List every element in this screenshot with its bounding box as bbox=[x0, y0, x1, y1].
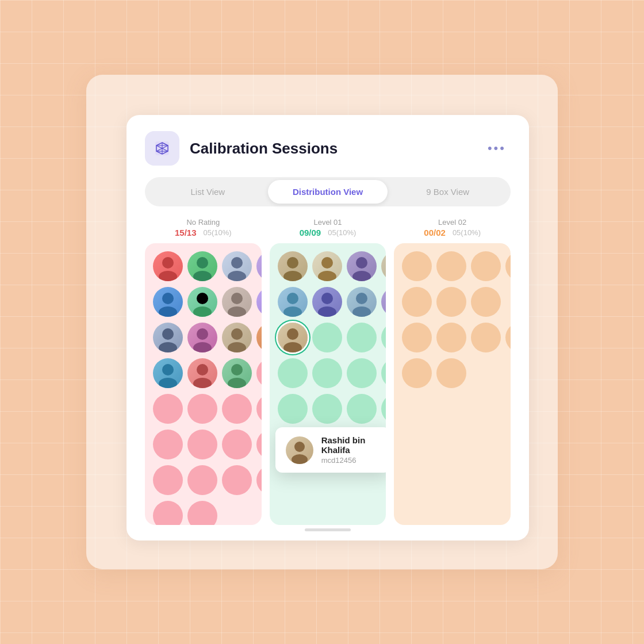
avatar[interactable] bbox=[381, 251, 386, 281]
empty-dot bbox=[312, 358, 342, 388]
avatar-rashid[interactable] bbox=[278, 323, 308, 352]
svg-point-36 bbox=[352, 271, 371, 281]
col-count-main-no-rating: 15/13 bbox=[175, 228, 197, 237]
avatar[interactable] bbox=[312, 251, 342, 281]
avatar[interactable] bbox=[381, 287, 386, 317]
avatar-row bbox=[153, 394, 254, 424]
avatar-row bbox=[153, 358, 254, 388]
svg-point-34 bbox=[318, 271, 336, 281]
avatar-row bbox=[278, 251, 378, 281]
tooltip-id: mcd12456 bbox=[321, 456, 380, 465]
empty-dot bbox=[153, 465, 183, 495]
svg-point-11 bbox=[197, 293, 208, 304]
col-header-level02: Level 02 00/02 05(10%) bbox=[394, 218, 511, 237]
empty-dot bbox=[381, 394, 386, 424]
avatar[interactable] bbox=[312, 287, 342, 317]
avatar[interactable] bbox=[153, 358, 183, 388]
empty-dot bbox=[278, 394, 308, 424]
avatar[interactable] bbox=[187, 251, 217, 281]
svg-point-31 bbox=[287, 257, 298, 269]
avatar[interactable] bbox=[187, 287, 217, 317]
avatar[interactable] bbox=[153, 323, 183, 352]
svg-point-12 bbox=[193, 306, 212, 317]
svg-point-50 bbox=[292, 454, 308, 464]
svg-point-19 bbox=[197, 328, 208, 340]
col-title-level01: Level 01 bbox=[313, 218, 342, 227]
svg-point-6 bbox=[228, 271, 246, 281]
avatar[interactable] bbox=[347, 287, 377, 317]
svg-point-25 bbox=[162, 364, 174, 375]
empty-dot bbox=[505, 323, 511, 352]
svg-point-47 bbox=[287, 328, 298, 340]
columns-header: No Rating 15/13 05(10%) Level 01 09/09 0… bbox=[145, 218, 511, 237]
avatar[interactable] bbox=[153, 287, 183, 317]
svg-point-30 bbox=[228, 378, 246, 388]
empty-dot bbox=[187, 430, 217, 459]
svg-point-42 bbox=[318, 306, 336, 317]
empty-dot bbox=[402, 323, 432, 352]
tooltip-avatar bbox=[286, 436, 313, 464]
avatar-row bbox=[402, 358, 503, 388]
col-count-sub-level01: 05(10%) bbox=[328, 228, 356, 237]
empty-dot bbox=[312, 323, 342, 352]
tab-distribution-view[interactable]: Distribution View bbox=[268, 180, 388, 204]
col-panel-no-rating bbox=[145, 243, 262, 525]
svg-point-41 bbox=[321, 293, 333, 304]
avatar[interactable] bbox=[222, 287, 252, 317]
avatar-row bbox=[402, 251, 503, 281]
empty-dot bbox=[153, 394, 183, 424]
svg-point-49 bbox=[294, 442, 305, 452]
avatar[interactable] bbox=[256, 287, 262, 317]
empty-dot bbox=[153, 501, 183, 525]
svg-point-5 bbox=[231, 257, 243, 269]
empty-dot bbox=[381, 358, 386, 388]
svg-point-43 bbox=[356, 293, 367, 304]
empty-dot bbox=[347, 358, 377, 388]
avatar[interactable] bbox=[278, 251, 308, 281]
avatar[interactable] bbox=[222, 358, 252, 388]
avatar[interactable] bbox=[222, 251, 252, 281]
empty-dot bbox=[402, 287, 432, 317]
col-header-no-rating: No Rating 15/13 05(10%) bbox=[145, 218, 262, 237]
empty-dot bbox=[471, 323, 501, 352]
svg-point-39 bbox=[287, 293, 298, 304]
avatar[interactable] bbox=[347, 251, 377, 281]
columns-scroll: Rashid bin Khalifa mcd12456 bbox=[145, 243, 511, 525]
svg-point-32 bbox=[283, 271, 302, 281]
avatar-row bbox=[153, 287, 254, 317]
empty-dot bbox=[347, 394, 377, 424]
svg-point-35 bbox=[356, 257, 367, 269]
svg-point-44 bbox=[352, 306, 371, 317]
more-menu-button[interactable]: ••• bbox=[483, 139, 511, 158]
avatar[interactable] bbox=[153, 251, 183, 281]
svg-point-2 bbox=[159, 271, 177, 281]
tab-list-view[interactable]: List View bbox=[148, 180, 268, 204]
avatar[interactable] bbox=[187, 358, 217, 388]
svg-point-33 bbox=[321, 257, 333, 269]
empty-dot bbox=[436, 251, 466, 281]
col-header-level01: Level 01 09/09 05(10%) bbox=[270, 218, 386, 237]
empty-dot bbox=[187, 465, 217, 495]
col-stats-level02: 00/02 05(10%) bbox=[424, 228, 481, 237]
avatar-row bbox=[278, 358, 378, 388]
col-count-sub-level02: 05(10%) bbox=[453, 228, 481, 237]
avatar[interactable] bbox=[278, 287, 308, 317]
avatar-row bbox=[278, 287, 378, 317]
avatar[interactable] bbox=[222, 323, 252, 352]
avatar-row bbox=[153, 465, 254, 495]
scroll-indicator bbox=[305, 528, 351, 531]
tab-ninebox-view[interactable]: 9 Box View bbox=[388, 180, 508, 204]
avatar-row bbox=[402, 323, 503, 352]
avatar[interactable] bbox=[187, 323, 217, 352]
avatar-row bbox=[278, 323, 378, 352]
svg-point-9 bbox=[162, 293, 174, 304]
svg-point-26 bbox=[159, 378, 177, 388]
tabs-bar: List View Distribution View 9 Box View bbox=[145, 177, 511, 206]
svg-point-13 bbox=[231, 293, 243, 304]
page-title: Calibration Sessions bbox=[190, 140, 473, 158]
avatar[interactable] bbox=[256, 323, 262, 352]
svg-point-28 bbox=[193, 378, 212, 388]
avatar[interactable] bbox=[256, 251, 262, 281]
svg-point-48 bbox=[283, 342, 302, 352]
svg-point-22 bbox=[228, 342, 246, 352]
